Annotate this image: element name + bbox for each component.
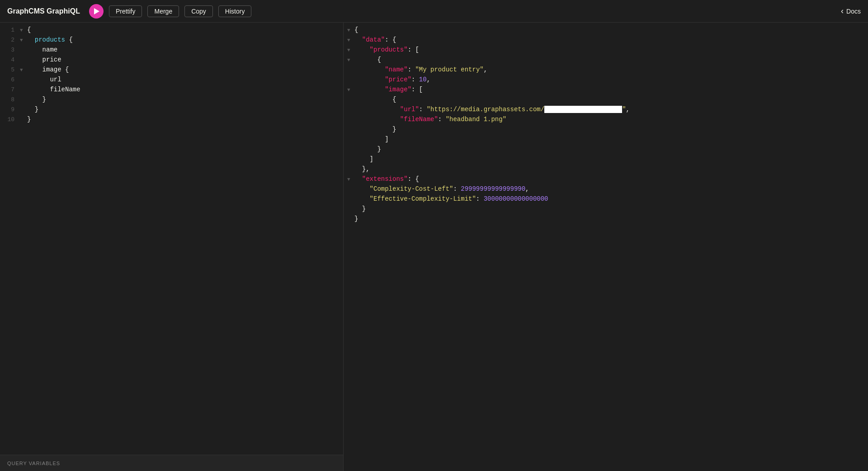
fold-arrow[interactable] (347, 38, 353, 43)
result-line: "products": [ (344, 46, 868, 56)
code-text: "data": { (354, 36, 396, 43)
merge-button[interactable]: Merge (147, 5, 179, 17)
code-text: "price": 10, (354, 76, 430, 83)
prettify-button[interactable]: Prettify (109, 5, 142, 17)
code-text: { (354, 26, 358, 33)
code-text: fileName (27, 86, 80, 93)
fold-arrow[interactable] (347, 47, 353, 53)
result-line: "image": [ (344, 86, 868, 96)
fold-arrow[interactable] (347, 28, 353, 33)
line-number: 9 (4, 106, 14, 113)
result-line: { (344, 26, 868, 36)
fold-arrow[interactable] (347, 177, 353, 182)
line-number: 3 (4, 47, 14, 53)
code-text: name (27, 46, 57, 53)
code-text: url (27, 76, 61, 83)
result-line: "Effective-Complexity-Limit": 3000000000… (344, 195, 868, 205)
main-layout: 1 { 2 products { 3 name 4 price (0, 23, 868, 471)
copy-button[interactable]: Copy (184, 5, 213, 17)
code-text: { (354, 56, 381, 63)
fold-arrow[interactable] (347, 87, 353, 93)
result-line: "Complexity-Cost-Left": 2999999999999999… (344, 185, 868, 195)
result-line: } (344, 215, 868, 225)
query-editor[interactable]: 1 { 2 products { 3 name 4 price (0, 23, 343, 455)
code-text: }, (354, 165, 370, 173)
result-line: ] (344, 136, 868, 146)
fold-arrow[interactable] (20, 67, 25, 73)
editor-line-10: 10 } (0, 116, 343, 126)
result-line: { (344, 56, 868, 66)
line-number: 10 (4, 116, 14, 123)
code-text: } (27, 116, 31, 123)
docs-button[interactable]: Docs (841, 6, 861, 16)
editor-line-2: 2 products { (0, 36, 343, 46)
editor-line-8: 8 } (0, 96, 343, 106)
result-line: "fileName": "headband 1.png" (344, 116, 868, 126)
code-text: ] (354, 155, 373, 163)
code-text: "url": "https://media.graphassets.com/ "… (354, 106, 630, 113)
result-line: { (344, 96, 868, 106)
line-number: 1 (4, 27, 14, 33)
editor-line-9: 9 } (0, 106, 343, 116)
line-number: 5 (4, 66, 14, 73)
code-text: } (27, 106, 38, 113)
result-line: ] (344, 155, 868, 165)
history-button[interactable]: History (218, 5, 252, 17)
editor-line-3: 3 name (0, 46, 343, 56)
code-text: { (27, 26, 31, 33)
result-line: } (344, 146, 868, 155)
fold-arrow[interactable] (20, 28, 25, 33)
code-text: } (354, 205, 366, 212)
query-editor-panel: 1 { 2 products { 3 name 4 price (0, 23, 344, 471)
editor-line-4: 4 price (0, 56, 343, 66)
editor-line-1: 1 { (0, 26, 343, 36)
code-text: "extensions": { (354, 175, 419, 183)
result-line: "name": "My product entry", (344, 66, 868, 76)
result-url-line: "url": "https://media.graphassets.com/ "… (344, 106, 868, 116)
code-text: { (354, 96, 396, 103)
result-line: } (344, 126, 868, 136)
code-text: products { (27, 36, 73, 43)
result-line: "extensions": { (344, 175, 868, 185)
code-text: } (354, 146, 381, 153)
line-number: 4 (4, 57, 14, 63)
fold-arrow[interactable] (20, 38, 25, 43)
fold-arrow[interactable] (347, 57, 353, 63)
run-button[interactable] (89, 4, 104, 19)
header: GraphCMS GraphiQL Prettify Merge Copy Hi… (0, 0, 868, 23)
line-number: 6 (4, 76, 14, 83)
code-text: "image": [ (354, 86, 423, 93)
code-text: "name": "My product entry", (354, 66, 487, 73)
code-text: "products": [ (354, 46, 419, 53)
editor-line-5: 5 image { (0, 66, 343, 76)
line-number: 8 (4, 96, 14, 103)
code-text: } (27, 96, 46, 103)
code-text: "Complexity-Cost-Left": 2999999999999999… (354, 185, 529, 193)
result-line: }, (344, 165, 868, 175)
code-text: } (354, 215, 358, 222)
code-text: price (27, 56, 61, 63)
line-number: 7 (4, 86, 14, 93)
code-text: "fileName": "headband 1.png" (354, 116, 506, 123)
query-variables-bar[interactable]: QUERY VARIABLES (0, 455, 343, 471)
result-line: } (344, 205, 868, 215)
code-text: "Effective-Complexity-Limit": 3000000000… (354, 195, 548, 203)
result-line: "data": { (344, 36, 868, 46)
result-panel[interactable]: { "data": { "products": [ { "name": "My … (344, 23, 868, 471)
result-line: "price": 10, (344, 76, 868, 86)
query-variables-label: QUERY VARIABLES (7, 461, 60, 466)
editor-line-6: 6 url (0, 76, 343, 86)
code-text: image { (27, 66, 69, 73)
line-number: 2 (4, 37, 14, 43)
app-title: GraphCMS GraphiQL (7, 7, 80, 15)
code-text: } (354, 126, 396, 133)
code-text: ] (354, 136, 389, 143)
editor-line-7: 7 fileName (0, 86, 343, 96)
